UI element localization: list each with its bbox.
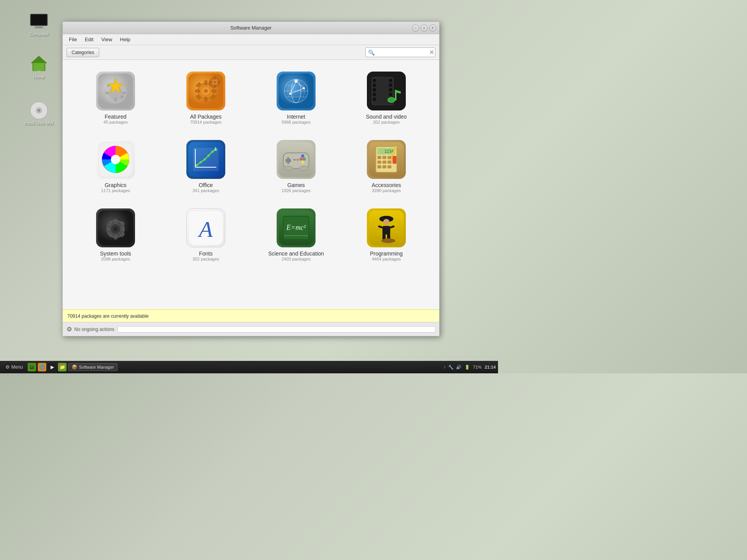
svg-point-91 bbox=[301, 161, 304, 164]
maximize-button[interactable]: + bbox=[421, 24, 428, 32]
category-accessories[interactable]: 1234 bbox=[345, 136, 428, 197]
categories-button[interactable]: Categories bbox=[67, 48, 99, 57]
systemtools-icon bbox=[96, 208, 135, 247]
taskbar-menu[interactable]: ⚙ Menu bbox=[2, 364, 26, 371]
svg-text:A: A bbox=[197, 217, 213, 242]
svg-rect-2 bbox=[35, 26, 43, 28]
desktop-icon-computer[interactable]: Computer bbox=[23, 12, 54, 37]
desktop-icon-install[interactable]: Install Linux Mint bbox=[23, 101, 54, 126]
svg-point-78 bbox=[200, 161, 202, 163]
search-clear-icon[interactable]: ✕ bbox=[429, 49, 434, 56]
svg-marker-6 bbox=[31, 56, 47, 63]
svg-rect-105 bbox=[377, 161, 381, 164]
category-system-tools[interactable]: System tools 2098 packages bbox=[74, 205, 157, 265]
games-count: 1926 packages bbox=[282, 188, 311, 193]
battery-icon: 🔋 bbox=[465, 365, 470, 370]
volume-icon[interactable]: 🔊 bbox=[456, 365, 461, 370]
fonts-count: 302 packages bbox=[193, 257, 219, 261]
category-graphics[interactable]: Graphics 1171 packages bbox=[74, 136, 157, 197]
accessories-count: 3280 packages bbox=[372, 188, 401, 193]
systemtools-name: System tools bbox=[100, 250, 131, 257]
install-icon bbox=[30, 101, 48, 120]
taskbar-quicklaunch: 🗂 🌐 ▶ 📁 bbox=[28, 363, 67, 371]
progress-bar bbox=[117, 326, 435, 332]
svg-rect-14 bbox=[114, 98, 117, 102]
svg-rect-5 bbox=[33, 63, 44, 71]
menu-edit[interactable]: Edit bbox=[82, 36, 96, 43]
accessories-icon: 1234 bbox=[367, 140, 406, 179]
internet-count: 5968 packages bbox=[282, 120, 311, 124]
menu-help[interactable]: Help bbox=[117, 36, 133, 43]
svg-point-34 bbox=[214, 81, 216, 83]
svg-rect-16 bbox=[122, 92, 126, 94]
actionsbar: ⚙ No ongoing actions bbox=[63, 322, 439, 336]
category-games[interactable]: Games 1926 packages bbox=[255, 136, 337, 197]
window-title: Software Manager bbox=[230, 25, 272, 31]
svg-rect-108 bbox=[377, 165, 381, 168]
soundvideo-name: Sound and video bbox=[366, 114, 407, 120]
internet-icon bbox=[277, 72, 316, 110]
svg-rect-27 bbox=[212, 90, 216, 92]
svg-rect-111 bbox=[393, 156, 396, 164]
svg-point-72 bbox=[112, 156, 119, 163]
svg-rect-104 bbox=[388, 156, 391, 159]
network-icon[interactable]: ↑ bbox=[444, 365, 446, 369]
taskbar-system-icons: ↑ 🔧 🔊 bbox=[444, 365, 461, 370]
games-icon bbox=[277, 140, 316, 179]
close-button[interactable]: × bbox=[429, 24, 436, 32]
svg-rect-15 bbox=[105, 92, 109, 94]
minimize-button[interactable]: − bbox=[412, 24, 419, 32]
category-office[interactable]: Office 341 packages bbox=[165, 136, 247, 197]
category-science-education[interactable]: E=mc² Science and Education 2403 package… bbox=[255, 205, 337, 265]
category-internet[interactable]: Internet 5968 packages bbox=[255, 68, 337, 128]
svg-text:E=mc²: E=mc² bbox=[286, 224, 306, 231]
menu-view[interactable]: View bbox=[98, 36, 115, 43]
programming-name: Programming bbox=[370, 250, 403, 257]
svg-rect-25 bbox=[205, 97, 207, 102]
category-fonts[interactable]: A Fonts 302 packages bbox=[165, 205, 247, 265]
svg-rect-54 bbox=[373, 79, 376, 82]
menubar: File Edit View Help bbox=[63, 34, 439, 45]
svg-rect-37 bbox=[209, 81, 212, 83]
taskbar-filemanager-icon[interactable]: 🗂 bbox=[28, 363, 36, 371]
category-all-packages[interactable]: All Packages 70914 packages bbox=[165, 68, 247, 128]
taskbar-app-label: Software Manager bbox=[79, 365, 114, 369]
svg-rect-62 bbox=[389, 93, 392, 96]
taskbar-browser-icon[interactable]: 🌐 bbox=[38, 363, 46, 371]
svg-point-79 bbox=[203, 158, 206, 161]
svg-rect-36 bbox=[214, 85, 216, 88]
desktop-icon-home[interactable]: Home bbox=[23, 54, 54, 79]
graphics-icon bbox=[96, 140, 135, 179]
category-programming[interactable]: Programming 4464 packages bbox=[345, 205, 428, 265]
svg-rect-102 bbox=[377, 156, 381, 159]
accessories-name: Accessories bbox=[372, 182, 401, 188]
programming-icon bbox=[367, 208, 406, 247]
graphics-name: Graphics bbox=[105, 182, 126, 188]
svg-rect-117 bbox=[114, 235, 117, 239]
taskbar-folder-icon[interactable]: 📁 bbox=[58, 363, 67, 371]
svg-point-80 bbox=[207, 154, 210, 157]
svg-point-90 bbox=[301, 154, 304, 158]
taskbar-app-icon: 📦 bbox=[72, 364, 77, 370]
search-input[interactable] bbox=[375, 50, 429, 55]
svg-point-94 bbox=[284, 166, 293, 171]
graphics-count: 1171 packages bbox=[101, 188, 130, 193]
gear-icon: ⚙ bbox=[67, 326, 72, 333]
svg-rect-107 bbox=[388, 161, 391, 164]
battery-level: 71% bbox=[473, 365, 482, 369]
svg-rect-87 bbox=[286, 159, 291, 162]
category-sound-video[interactable]: Sound and video 202 packages bbox=[345, 68, 428, 128]
wrench-icon[interactable]: 🔧 bbox=[448, 365, 454, 370]
status-message: 70914 packages are currently available bbox=[67, 313, 149, 319]
svg-rect-58 bbox=[373, 98, 376, 101]
toolbar: Categories 🔍 ✕ bbox=[63, 45, 439, 60]
install-label: Install Linux Mint bbox=[25, 121, 53, 126]
taskbar-softwaremanager[interactable]: 📦 Software Manager bbox=[68, 363, 117, 371]
taskbar-terminal-icon[interactable]: ▶ bbox=[48, 363, 56, 371]
search-icon: 🔍 bbox=[368, 49, 375, 56]
svg-rect-61 bbox=[389, 88, 392, 91]
menu-file[interactable]: File bbox=[66, 36, 80, 43]
svg-rect-38 bbox=[217, 81, 221, 83]
allpkg-name: All Packages bbox=[190, 114, 222, 120]
category-featured[interactable]: Featured 45 packages bbox=[74, 68, 157, 128]
